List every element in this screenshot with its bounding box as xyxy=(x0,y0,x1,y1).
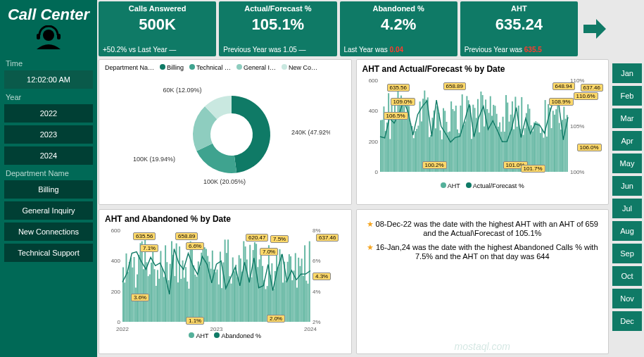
data-callout: 110.6% xyxy=(574,92,598,100)
svg-rect-135 xyxy=(124,282,125,322)
svg-rect-174 xyxy=(185,267,187,322)
svg-rect-113 xyxy=(545,137,547,172)
svg-rect-121 xyxy=(558,123,560,172)
svg-text:240K (47.92%): 240K (47.92%) xyxy=(291,129,330,136)
svg-rect-112 xyxy=(544,100,545,172)
donut-legend-title: Department Na… xyxy=(105,64,154,71)
svg-rect-250 xyxy=(304,245,305,322)
svg-text:0: 0 xyxy=(118,319,121,325)
time-value-button[interactable]: 12:02:00 AM xyxy=(4,70,93,89)
svg-rect-141 xyxy=(134,257,135,322)
svg-text:2022: 2022 xyxy=(116,326,129,332)
svg-rect-21 xyxy=(402,99,403,172)
svg-rect-69 xyxy=(476,99,478,172)
svg-rect-144 xyxy=(138,255,139,322)
svg-rect-154 xyxy=(154,269,156,322)
month-button-may[interactable]: May xyxy=(612,154,642,173)
svg-rect-195 xyxy=(218,284,220,321)
svg-rect-156 xyxy=(157,270,158,322)
svg-text:8%: 8% xyxy=(312,227,321,234)
month-button-feb[interactable]: Feb xyxy=(612,86,642,106)
next-page-arrow[interactable] xyxy=(581,1,609,56)
year-button-2023[interactable]: 2023 xyxy=(4,125,93,144)
svg-rect-58 xyxy=(460,106,461,172)
svg-text:400: 400 xyxy=(111,258,121,264)
aht-forecast-chart: 0200400600100%105%110% 635.56109.0%106.5… xyxy=(362,77,603,182)
year-button-2022[interactable]: 2022 xyxy=(4,104,93,123)
svg-rect-208 xyxy=(239,255,240,322)
data-callout: 620.47 xyxy=(246,234,268,242)
month-button-sep[interactable]: Sep xyxy=(612,244,642,263)
insights-card: ★ 08-Dec-22 was the date with the highes… xyxy=(356,209,610,355)
svg-rect-62 xyxy=(466,96,467,172)
svg-text:200: 200 xyxy=(111,288,121,294)
svg-rect-23 xyxy=(405,120,406,172)
dept-button-billing[interactable]: Billing xyxy=(4,180,93,199)
svg-rect-122 xyxy=(560,130,561,172)
dept-button-general[interactable]: General Inquiry xyxy=(4,201,93,220)
svg-rect-75 xyxy=(486,109,488,172)
svg-rect-142 xyxy=(135,287,137,322)
dept-button-newconn[interactable]: New Connections xyxy=(4,223,93,241)
aht-abandoned-chart: 02004006002%4%6%8%202220232024 635.567.1… xyxy=(105,227,346,332)
insight-line: ★ 08-Dec-22 was the date with the highes… xyxy=(367,220,599,237)
svg-rect-57 xyxy=(458,133,460,172)
chart-grid: Department Na… Billing Technical … Gener… xyxy=(99,58,609,356)
svg-rect-1 xyxy=(37,34,40,39)
month-button-apr[interactable]: Apr xyxy=(612,131,642,151)
month-button-jul[interactable]: Jul xyxy=(612,199,642,218)
dept-button-techsupport[interactable]: Technical Support xyxy=(4,244,93,262)
svg-text:105%: 105% xyxy=(570,123,584,130)
kpi-sub: Previous Year was 1.05 — xyxy=(223,46,305,54)
watermark: mostaql.com xyxy=(455,341,510,352)
month-button-oct[interactable]: Oct xyxy=(612,266,642,286)
svg-rect-167 xyxy=(174,276,175,322)
month-button-jan[interactable]: Jan xyxy=(612,63,642,83)
svg-rect-233 xyxy=(277,267,279,322)
svg-text:600: 600 xyxy=(111,227,121,234)
data-callout: 101.7% xyxy=(521,165,545,173)
data-callout: 658.89 xyxy=(443,82,466,90)
svg-rect-218 xyxy=(254,242,255,321)
svg-rect-239 xyxy=(287,261,289,321)
year-button-2024[interactable]: 2024 xyxy=(4,146,93,165)
svg-rect-81 xyxy=(495,114,497,172)
kpi-sub: Last Year was 0.04 xyxy=(344,46,404,54)
aht-abandoned-card[interactable]: AHT and Abandoned % by Date 02004006002%… xyxy=(99,209,352,355)
insight-line: ★ 16-Jan,24 was the date with the highes… xyxy=(367,243,599,261)
kpi-actual-forecast: Actual/Forecast % 105.1% Previous Year w… xyxy=(219,1,336,56)
svg-rect-224 xyxy=(263,280,265,321)
svg-rect-161 xyxy=(165,245,166,322)
donut-card[interactable]: Department Na… Billing Technical … Gener… xyxy=(99,59,352,205)
svg-rect-70 xyxy=(479,132,480,172)
svg-rect-169 xyxy=(177,282,179,322)
data-callout: 2.0% xyxy=(267,315,285,322)
data-callout: 7.1% xyxy=(140,244,158,252)
svg-rect-120 xyxy=(557,105,558,172)
kpi-aht: AHT 635.24 Previous Year was 635.5 xyxy=(460,1,578,56)
month-button-dec[interactable]: Dec xyxy=(612,311,642,331)
month-button-nov[interactable]: Nov xyxy=(612,289,642,308)
svg-rect-229 xyxy=(271,263,272,321)
svg-rect-227 xyxy=(268,245,270,322)
aht-forecast-card[interactable]: AHT and Actual/Forecast % by Date 020040… xyxy=(356,59,610,205)
combo-chart-svg: 0200400600100%105%110% xyxy=(362,77,588,182)
svg-rect-183 xyxy=(199,267,201,322)
kpi-sub: Previous Year was 635.5 xyxy=(465,46,542,54)
svg-rect-87 xyxy=(505,95,507,172)
data-callout: 635.56 xyxy=(133,232,156,240)
month-button-aug[interactable]: Aug xyxy=(612,221,642,241)
svg-text:60K (12.09%): 60K (12.09%) xyxy=(163,87,201,94)
svg-rect-209 xyxy=(240,258,241,322)
month-button-mar[interactable]: Mar xyxy=(612,108,642,128)
data-callout: 106.5% xyxy=(384,112,408,120)
svg-rect-211 xyxy=(243,241,244,322)
svg-rect-67 xyxy=(474,108,475,172)
svg-rect-59 xyxy=(461,94,462,172)
svg-rect-8 xyxy=(381,120,383,172)
svg-rect-15 xyxy=(392,119,393,172)
svg-rect-180 xyxy=(194,275,196,322)
sidebar: Call Center Time 12:02:00 AM Year 2022 2… xyxy=(0,0,97,357)
month-button-jun[interactable]: Jun xyxy=(612,176,642,196)
svg-rect-221 xyxy=(259,259,260,322)
